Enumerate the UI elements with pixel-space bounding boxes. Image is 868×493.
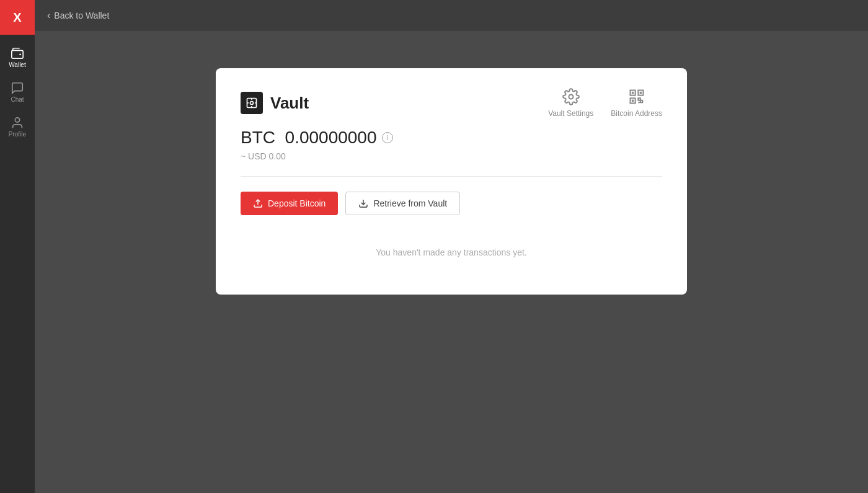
logo-icon: X — [13, 11, 21, 25]
retrieve-icon — [358, 198, 368, 208]
action-button-row: Deposit Bitcoin Retrieve from Vault — [241, 192, 662, 215]
usd-balance: ~ USD 0.00 — [241, 151, 662, 161]
divider — [241, 176, 662, 177]
retrieve-button-label: Retrieve from Vault — [373, 198, 447, 208]
sidebar: X Wallet Chat Profile — [0, 0, 35, 493]
vault-box-icon — [246, 97, 258, 109]
back-label: Back to Wallet — [54, 11, 109, 20]
profile-icon — [11, 116, 24, 130]
svg-rect-10 — [639, 92, 642, 94]
bitcoin-address-label: Bitcoin Address — [611, 109, 662, 118]
vault-icon-box — [241, 92, 263, 114]
svg-rect-0 — [12, 50, 23, 58]
page-content: Vault Vault Settings — [35, 31, 868, 493]
svg-point-1 — [19, 53, 21, 55]
back-arrow-icon: ‹ — [47, 10, 50, 21]
app-logo[interactable]: X — [0, 0, 35, 35]
wallet-label: Wallet — [9, 62, 25, 68]
vault-header: Vault Vault Settings — [241, 88, 662, 118]
deposit-icon — [253, 198, 263, 208]
svg-point-4 — [250, 102, 254, 105]
svg-point-2 — [15, 117, 19, 122]
deposit-button-label: Deposit Bitcoin — [268, 198, 326, 208]
balance-info-icon[interactable]: i — [382, 132, 393, 143]
settings-icon — [562, 88, 580, 105]
balance-row: BTC 0.00000000 i — [241, 128, 662, 148]
vault-settings-button[interactable]: Vault Settings — [548, 88, 593, 118]
balance-amount: BTC 0.00000000 — [241, 128, 377, 148]
chat-icon — [11, 81, 24, 95]
back-to-wallet-link[interactable]: ‹ Back to Wallet — [47, 10, 109, 21]
vault-settings-label: Vault Settings — [548, 109, 593, 118]
balance-value: 0.00000000 — [285, 128, 377, 147]
chat-label: Chat — [11, 97, 24, 103]
svg-rect-9 — [631, 92, 634, 94]
sidebar-item-chat[interactable]: Chat — [0, 74, 35, 109]
vault-actions: Vault Settings Bitcoin Address — [548, 88, 662, 118]
balance-currency: BTC — [241, 128, 275, 147]
svg-point-5 — [569, 95, 573, 99]
vault-card: Vault Vault Settings — [216, 68, 687, 295]
svg-rect-11 — [631, 100, 634, 102]
qr-icon — [628, 88, 645, 105]
retrieve-from-vault-button[interactable]: Retrieve from Vault — [345, 192, 460, 215]
vault-title-group: Vault — [241, 92, 309, 114]
sidebar-item-profile[interactable]: Profile — [0, 109, 35, 144]
vault-title: Vault — [270, 94, 309, 113]
wallet-icon — [11, 47, 24, 60]
empty-state-message: You haven't made any transactions yet. — [241, 235, 662, 270]
bitcoin-address-button[interactable]: Bitcoin Address — [611, 88, 662, 118]
topbar: ‹ Back to Wallet — [35, 0, 868, 31]
profile-label: Profile — [9, 131, 26, 138]
main-content: ‹ Back to Wallet Vault — [35, 0, 868, 493]
sidebar-item-wallet[interactable]: Wallet — [0, 40, 35, 74]
sidebar-nav: Wallet Chat Profile — [0, 35, 35, 144]
deposit-bitcoin-button[interactable]: Deposit Bitcoin — [241, 192, 338, 215]
